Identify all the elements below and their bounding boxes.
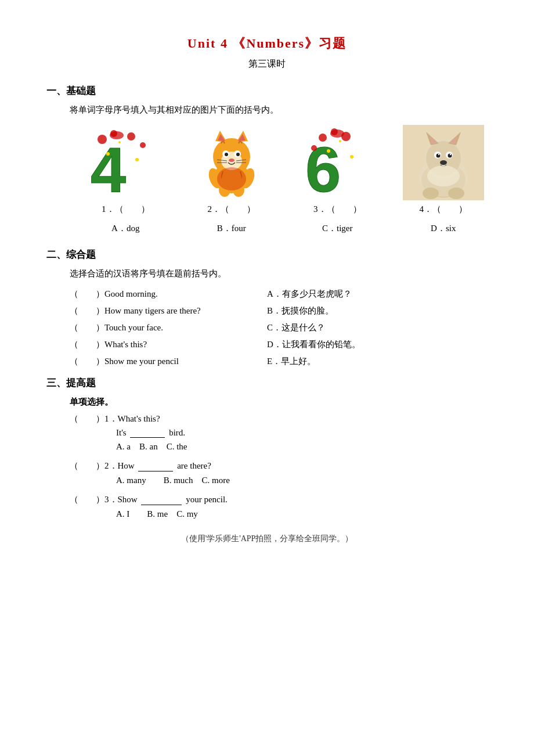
matching-question-5: （ ）Show me your pencil	[70, 356, 179, 367]
img-label-3: 3．（ ）	[313, 204, 362, 215]
mc-item-2: （ ）2．How are there? A. many B. much C. m…	[70, 460, 488, 486]
mc-options-1: A. a B. an C. the	[116, 441, 488, 452]
matching-row-3: （ ）Touch your face. C．这是什么？	[70, 322, 488, 333]
matching-row-1: （ ）Good morning. A．有多少只老虎呢？	[70, 289, 488, 300]
svg-point-54	[440, 160, 447, 165]
mc-item-3: （ ）3．Show your pencil. A. I B. me C. my	[70, 494, 488, 520]
matching-left-5: （ ）Show me your pencil	[70, 356, 255, 367]
matching-left-2: （ ）How many tigers are there?	[70, 305, 255, 316]
matching-right-3: C．这是什么？	[267, 322, 325, 333]
mc-question-1: （ ）1．What's this?	[70, 413, 488, 424]
svg-point-7	[118, 141, 121, 143]
matching-question-3: （ ）Touch your face.	[70, 322, 163, 333]
images-row: 4 1．（ ）	[81, 125, 488, 217]
matching-row-2: （ ）How many tigers are there? B．抚摸你的脸。	[70, 305, 488, 316]
svg-text:6: 6	[305, 134, 341, 200]
svg-point-55	[423, 188, 439, 199]
mc-fillsentence-1: It's bird.	[116, 428, 488, 438]
matching-right-2: B．抚摸你的脸。	[267, 305, 334, 316]
matching-right-4: D．让我看看你的铅笔。	[267, 339, 360, 350]
svg-point-4	[140, 142, 146, 148]
svg-point-52	[438, 154, 439, 155]
svg-point-33	[319, 134, 327, 142]
img-label-2: 2．（ ）	[208, 204, 256, 215]
mc-question-2: （ ）2．How are there?	[70, 460, 488, 471]
blank-3	[141, 505, 182, 505]
svg-point-3	[127, 132, 135, 141]
svg-point-6	[135, 158, 139, 161]
matching-question-4: （ ）What's this?	[70, 339, 147, 350]
svg-point-1	[98, 135, 107, 144]
svg-point-15	[236, 153, 240, 156]
image-6: 6	[297, 125, 378, 200]
svg-text:4: 4	[91, 134, 126, 200]
svg-point-8	[110, 131, 124, 139]
mc-bracket-2: （ ）2．How are there?	[70, 460, 211, 471]
matching-row-5: （ ）Show me your pencil E．早上好。	[70, 356, 488, 367]
answer-item-1: A．dog	[81, 223, 170, 234]
image-item-1: 4 1．（ ）	[81, 125, 170, 217]
img-label-4: 4．（ ）	[420, 204, 468, 215]
mc-options-3: A. I B. me C. my	[116, 509, 488, 520]
subtitle: 第三课时	[46, 58, 488, 70]
mc-question-3: （ ）3．Show your pencil.	[70, 494, 488, 505]
matching-question-1: （ ）Good morning.	[70, 289, 158, 300]
image-dog	[403, 125, 484, 200]
mc-bracket-1: （ ）1．What's this?	[70, 413, 160, 424]
matching-left-4: （ ）What's this?	[70, 339, 255, 350]
page-title: Unit 4 《Numbers》习题	[46, 35, 488, 52]
mc-bracket-3: （ ）3．Show your pencil.	[70, 494, 228, 505]
mc-item-1: （ ）1．What's this? It's bird. A. a B. an …	[70, 413, 488, 452]
answers-row: A．dog B．four C．tiger D．six	[81, 223, 488, 234]
image-item-4: 4．（ ）	[399, 125, 488, 217]
answer-item-3: C．tiger	[293, 223, 382, 234]
blank-1	[130, 437, 165, 438]
image-tiger	[191, 125, 272, 200]
svg-point-35	[327, 149, 330, 153]
matching-right-5: E．早上好。	[267, 356, 316, 367]
section3-title: 三、提高题	[46, 376, 488, 390]
blank-2	[138, 471, 173, 471]
svg-point-16	[229, 159, 234, 162]
svg-point-36	[350, 155, 353, 159]
section1-title: 一、基础题	[46, 84, 488, 98]
section1-instruction: 将单词字母序号填入与其相对应的图片下面的括号内。	[70, 105, 488, 116]
mc-options-2: A. many B. much C. more	[116, 475, 488, 486]
matching-left-3: （ ）Touch your face.	[70, 322, 255, 333]
svg-point-29	[217, 167, 246, 190]
svg-point-34	[311, 145, 317, 151]
svg-point-57	[427, 165, 460, 186]
matching-container: （ ）Good morning. A．有多少只老虎呢？ （ ）How many …	[70, 289, 488, 367]
section2-title: 二、综合题	[46, 248, 488, 261]
svg-point-37	[339, 140, 341, 142]
svg-point-38	[330, 129, 344, 138]
matching-question-2: （ ）How many tigers are there?	[70, 305, 201, 316]
image-item-3: 6 3．（ ）	[293, 125, 382, 217]
svg-point-14	[225, 153, 228, 156]
answer-item-2: B．four	[187, 223, 276, 234]
img-label-1: 1．（ ）	[102, 204, 150, 215]
svg-point-53	[450, 154, 451, 155]
matching-right-1: A．有多少只老虎呢？	[267, 289, 352, 300]
svg-point-5	[106, 152, 110, 156]
subsection-title: 单项选择。	[70, 397, 488, 408]
svg-point-56	[448, 188, 464, 199]
footer-note: （使用'学乐师生'APP拍照，分享给全班同学。）	[46, 534, 488, 544]
section2-instruction: 选择合适的汉语将序号填在题前括号内。	[70, 268, 488, 279]
image-item-2: 2．（ ）	[187, 125, 276, 217]
answer-item-4: D．six	[399, 223, 488, 234]
matching-row-4: （ ）What's this? D．让我看看你的铅笔。	[70, 339, 488, 350]
matching-left-1: （ ）Good morning.	[70, 289, 255, 300]
image-4: 4	[85, 125, 166, 200]
